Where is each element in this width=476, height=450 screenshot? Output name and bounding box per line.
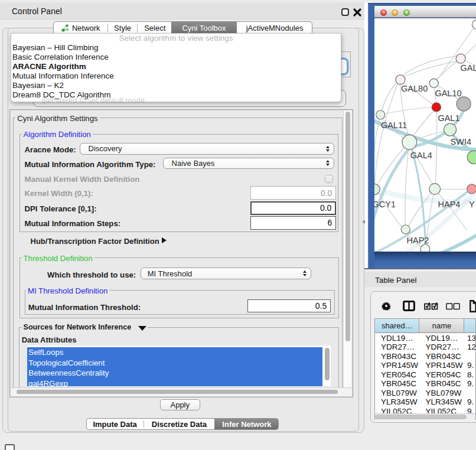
svg-text:GAL1: GAL1 xyxy=(438,113,459,122)
svg-text:GAL11: GAL11 xyxy=(380,120,406,129)
svg-text:Y: Y xyxy=(469,199,475,208)
svg-text:HAP4: HAP4 xyxy=(438,199,460,208)
svg-text:HAP2: HAP2 xyxy=(406,235,429,244)
svg-text:GAL4: GAL4 xyxy=(410,150,432,159)
svg-text:SWI4: SWI4 xyxy=(450,137,471,146)
svg-text:GAL80: GAL80 xyxy=(401,84,428,93)
svg-text:GAL10: GAL10 xyxy=(435,89,461,98)
svg-text:GCY1: GCY1 xyxy=(374,199,396,208)
svg-text:GAL7: GAL7 xyxy=(460,63,476,73)
